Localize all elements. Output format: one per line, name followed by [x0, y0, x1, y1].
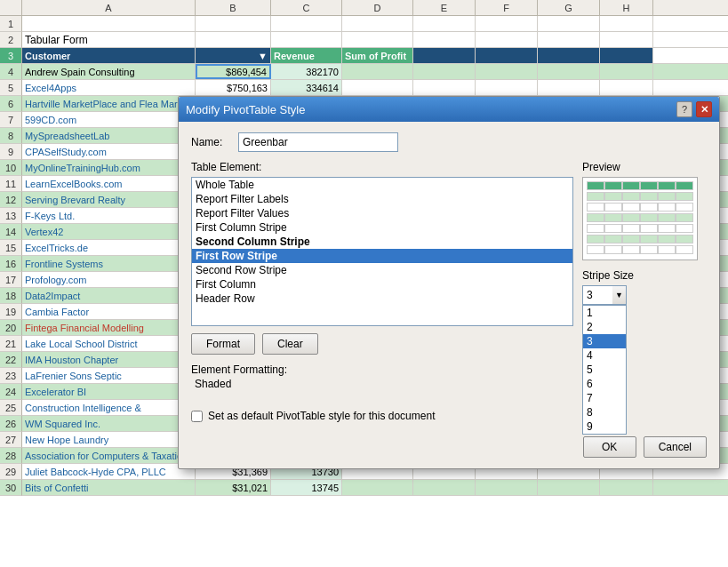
format-button[interactable]: Format — [191, 333, 255, 355]
stripe-size-dropdown-arrow[interactable]: ▼ — [612, 285, 627, 305]
element-formatting-value: Shaded — [191, 378, 573, 390]
prev-r5c2 — [604, 235, 622, 244]
stripe-option-5[interactable]: 5 — [583, 363, 626, 377]
left-panel: Table Element: Whole Table Report Filter… — [191, 161, 573, 390]
prev-r1c6 — [676, 192, 693, 201]
prev-r4c2 — [604, 224, 622, 233]
prev-h3 — [622, 181, 640, 190]
preview-header-row — [587, 181, 693, 190]
preview-box — [582, 177, 698, 260]
ok-button[interactable]: OK — [583, 436, 636, 458]
preview-label: Preview — [582, 161, 707, 173]
prev-r4c4 — [640, 224, 658, 233]
dialog-footer: OK Cancel — [583, 436, 707, 458]
prev-r2c5 — [658, 203, 676, 212]
stripe-option-8[interactable]: 8 — [583, 405, 626, 419]
prev-r6c1 — [587, 245, 604, 254]
preview-row-1 — [587, 192, 693, 201]
stripe-size-section: Stripe Size ▼ 1 2 3 4 5 6 — [582, 269, 707, 305]
prev-r1c4 — [640, 192, 658, 201]
prev-r4c1 — [587, 224, 604, 233]
prev-h1 — [587, 181, 604, 190]
name-label: Name: — [191, 136, 231, 148]
prev-r3c5 — [658, 213, 676, 222]
prev-r6c6 — [676, 245, 693, 254]
help-button[interactable]: ? — [676, 101, 692, 117]
prev-r3c3 — [622, 213, 640, 222]
default-style-label: Set as default PivotTable style for this… — [208, 410, 435, 422]
list-item-report-filter-labels[interactable]: Report Filter Labels — [192, 192, 572, 206]
list-item-report-filter-values[interactable]: Report Filter Values — [192, 206, 572, 220]
prev-r3c4 — [640, 213, 658, 222]
stripe-option-2[interactable]: 2 — [583, 320, 626, 334]
main-content: Table Element: Whole Table Report Filter… — [191, 161, 707, 390]
default-style-row: Set as default PivotTable style for this… — [191, 410, 435, 422]
dialog-body: Name: Table Element: Whole Table Report … — [179, 122, 719, 401]
prev-r5c1 — [587, 235, 604, 244]
list-item-second-row-stripe[interactable]: Second Row Stripe — [192, 263, 572, 277]
listbox-scroll[interactable]: Whole Table Report Filter Labels Report … — [192, 178, 572, 325]
prev-r5c6 — [676, 235, 693, 244]
prev-r5c4 — [640, 235, 658, 244]
close-button[interactable]: ✕ — [696, 101, 712, 117]
prev-h6 — [676, 181, 693, 190]
prev-r6c2 — [604, 245, 622, 254]
table-element-label: Table Element: — [191, 161, 573, 173]
preview-row-6 — [587, 245, 693, 254]
prev-r4c6 — [676, 224, 693, 233]
prev-r4c3 — [622, 224, 640, 233]
prev-r6c4 — [640, 245, 658, 254]
list-item-header-row[interactable]: Header Row — [192, 291, 572, 306]
prev-r2c6 — [676, 203, 693, 212]
list-item-first-row-stripe[interactable]: First Row Stripe — [192, 249, 572, 263]
dialog-controls: ? ✕ — [676, 101, 712, 117]
right-panel: Preview — [582, 161, 707, 390]
preview-row-2 — [587, 203, 693, 212]
preview-row-5 — [587, 235, 693, 244]
prev-h4 — [640, 181, 658, 190]
default-style-checkbox[interactable] — [191, 411, 203, 422]
prev-r1c5 — [658, 192, 676, 201]
prev-h2 — [604, 181, 622, 190]
format-clear-buttons: Format Clear — [191, 333, 573, 355]
prev-r4c5 — [658, 224, 676, 233]
prev-r1c3 — [622, 192, 640, 201]
prev-h5 — [658, 181, 676, 190]
stripe-option-4[interactable]: 4 — [583, 348, 626, 363]
prev-r2c1 — [587, 203, 604, 212]
dialog-titlebar: Modify PivotTable Style ? ✕ — [179, 97, 719, 122]
prev-r3c1 — [587, 213, 604, 222]
stripe-option-7[interactable]: 7 — [583, 391, 626, 405]
stripe-size-label: Stripe Size — [582, 269, 707, 282]
prev-r2c2 — [604, 203, 622, 212]
list-item-whole-table[interactable]: Whole Table — [192, 178, 572, 192]
dialog-overlay: Modify PivotTable Style ? ✕ Name: Table … — [0, 0, 728, 567]
stripe-option-9[interactable]: 9 — [583, 419, 626, 434]
prev-r2c3 — [622, 203, 640, 212]
list-item-first-column[interactable]: First Column — [192, 277, 572, 291]
cancel-button[interactable]: Cancel — [644, 436, 707, 458]
list-item-second-column-stripe[interactable]: Second Column Stripe — [192, 235, 572, 249]
stripe-option-6[interactable]: 6 — [583, 377, 626, 391]
prev-r6c3 — [622, 245, 640, 254]
table-element-listbox[interactable]: Whole Table Report Filter Labels Report … — [191, 177, 573, 326]
dialog-title: Modify PivotTable Style — [186, 103, 305, 116]
preview-row-4 — [587, 224, 693, 233]
list-item-first-column-stripe[interactable]: First Column Stripe — [192, 220, 572, 235]
stripe-option-3[interactable]: 3 — [583, 334, 626, 348]
modify-pivottable-style-dialog: Modify PivotTable Style ? ✕ Name: Table … — [178, 96, 720, 469]
prev-r2c4 — [640, 203, 658, 212]
stripe-size-control: ▼ 1 2 3 4 5 6 7 8 9 — [582, 285, 627, 305]
prev-r5c5 — [658, 235, 676, 244]
preview-row-3 — [587, 213, 693, 222]
name-row: Name: — [191, 132, 707, 152]
prev-r3c2 — [604, 213, 622, 222]
element-formatting-section: Element Formatting: Shaded — [191, 363, 573, 390]
prev-r6c5 — [658, 245, 676, 254]
name-input[interactable] — [238, 132, 398, 152]
prev-r5c3 — [622, 235, 640, 244]
clear-button[interactable]: Clear — [262, 333, 318, 355]
prev-r1c2 — [604, 192, 622, 201]
stripe-option-1[interactable]: 1 — [583, 306, 626, 320]
stripe-size-dropdown[interactable]: 1 2 3 4 5 6 7 8 9 — [582, 305, 627, 435]
